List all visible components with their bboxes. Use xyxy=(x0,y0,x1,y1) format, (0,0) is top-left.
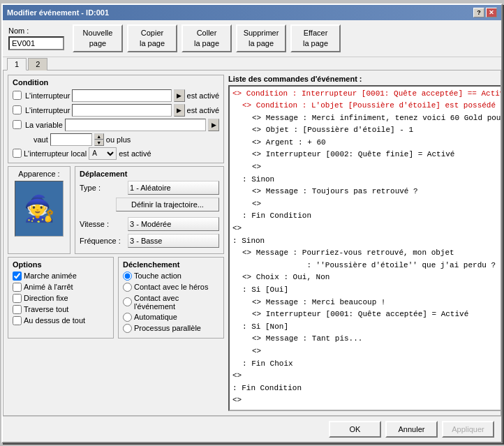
interrupteur-local-check[interactable] xyxy=(13,149,22,158)
left-panel: Condition L'interrupteur ▶ est activé L'… xyxy=(8,75,224,411)
command-line: <> Interrupteur [0001: Quête acceptée] =… xyxy=(232,309,501,321)
command-line: <> Message : Tant pis... xyxy=(232,333,501,345)
command-line: : ''Poussière d'étoile'' que j'ai perdu … xyxy=(232,260,501,272)
option-check-direction-fixe[interactable] xyxy=(13,294,22,303)
deplacement-title: Déplacement xyxy=(80,170,219,178)
middle-row: Apparence : 🧙 Déplacement Type : 1 - Alé… xyxy=(8,166,224,254)
ou-plus-label: ou plus xyxy=(106,135,131,144)
spin-buttons: ▲ ▼ xyxy=(94,133,104,146)
condition-input-3[interactable] xyxy=(65,119,206,131)
commands-list[interactable]: <> Condition : Interrupteur [0001: Quête… xyxy=(228,85,501,411)
option-label-direction-fixe: Direction fixe xyxy=(24,294,68,302)
condition-input-1[interactable] xyxy=(72,89,171,102)
command-line: <> Condition : L'objet [Poussière d'étoi… xyxy=(232,100,501,112)
option-check-marche-animee[interactable] xyxy=(13,272,22,281)
command-line: : Si [Oui] xyxy=(232,284,501,297)
spin-up[interactable]: ▲ xyxy=(94,133,104,140)
command-line: <> Message : Merci infiniment, tenez voi… xyxy=(232,112,501,125)
command-line: <> xyxy=(232,223,501,235)
name-input[interactable] xyxy=(8,36,64,50)
frequence-label: Fréquence : xyxy=(80,237,125,245)
deplacement-box: Déplacement Type : 1 - Aléatoire 2 - Fix… xyxy=(75,166,224,254)
command-line: <> Message : Toujours pas retrouvé ? xyxy=(232,186,501,198)
interrupteur-local-row: L'interrupteur local A B C est activé xyxy=(13,147,219,160)
radio-touche-action: Touche action xyxy=(123,272,219,281)
def-traj-button[interactable]: Définir la trajectoire... xyxy=(116,198,219,211)
radio-contact-evenement-input[interactable] xyxy=(123,297,132,306)
option-label-au-dessus: Au dessus de tout xyxy=(24,316,85,325)
condition-label-3: La variable xyxy=(25,121,63,129)
footer: OK Annuler Appliquer xyxy=(3,416,501,442)
options-title: Options xyxy=(13,260,109,269)
vitesse-row: Vitesse : 1 - Lente 2 - Normale 3 - Modé… xyxy=(80,217,219,231)
option-traverse-tout: Traverse tout xyxy=(13,305,109,314)
condition-label-1: L'interrupteur xyxy=(25,91,70,100)
frequence-select[interactable]: 1 - Très basse 2 - Très basse 3 - Basse … xyxy=(128,234,219,248)
interrupteur-local-select[interactable]: A B C xyxy=(89,147,117,160)
command-line: : Sinon xyxy=(232,174,501,186)
option-label-traverse-tout: Traverse tout xyxy=(24,305,68,313)
commands-title: Liste des commandes d'événement : xyxy=(228,75,501,83)
radio-contact-evenement: Contact avec l'événement xyxy=(123,294,219,311)
command-line: <> Interrupteur [0002: Quête finie] = Ac… xyxy=(232,149,501,161)
vitesse-select[interactable]: 1 - Lente 2 - Normale 3 - Modérée 4 - Ra… xyxy=(128,217,219,231)
type-select[interactable]: 1 - Aléatoire 2 - Fixe 3 - Chemin xyxy=(128,181,219,195)
right-panel: Liste des commandes d'événement : <> Con… xyxy=(228,75,501,411)
dropdown-arrow-2[interactable]: ▶ xyxy=(174,104,185,117)
coller-page-button[interactable]: Collerla page xyxy=(181,24,232,52)
condition-check-3[interactable] xyxy=(13,120,22,129)
vaut-input[interactable] xyxy=(50,133,92,146)
titlebar: Modifier événement - ID:001 ? ✕ xyxy=(3,5,501,20)
appliquer-button[interactable]: Appliquer xyxy=(442,421,494,438)
bottom-row: Options Marche animée Animé à l'arrêt Di… xyxy=(8,257,224,339)
option-check-traverse-tout[interactable] xyxy=(13,305,22,314)
type-label: Type : xyxy=(80,184,125,192)
nouvelle-page-button[interactable]: Nouvellepage xyxy=(73,24,123,52)
radio-processus-parallele: Processus parallèle xyxy=(123,324,219,333)
command-line: <> xyxy=(232,370,501,382)
option-anime-arret: Animé à l'arrêt xyxy=(13,283,109,292)
type-select-wrap: 1 - Aléatoire 2 - Fixe 3 - Chemin xyxy=(128,181,219,195)
est-active-2: est activé xyxy=(187,106,219,114)
radio-contact-heros-input[interactable] xyxy=(123,283,132,292)
tab-1[interactable]: 1 xyxy=(7,58,27,70)
condition-row-1: L'interrupteur ▶ est activé xyxy=(13,89,219,102)
effacer-page-button[interactable]: Effacerla page xyxy=(290,24,341,52)
main-area: Condition L'interrupteur ▶ est activé L'… xyxy=(3,70,501,416)
command-line: <> xyxy=(232,198,501,211)
condition-check-1[interactable] xyxy=(13,91,22,100)
radio-processus-parallele-input[interactable] xyxy=(123,324,132,333)
options-box: Options Marche animée Animé à l'arrêt Di… xyxy=(8,257,114,339)
radio-automatique-label: Automatique xyxy=(134,313,177,321)
dropdown-arrow-1[interactable]: ▶ xyxy=(174,89,185,102)
spin-down[interactable]: ▼ xyxy=(94,140,104,146)
vaut-label: vaut xyxy=(34,135,48,144)
close-button[interactable]: ✕ xyxy=(486,8,497,17)
condition-title: Condition xyxy=(13,78,219,87)
command-line: <> xyxy=(232,161,501,174)
supprimer-page-button[interactable]: Supprimerla page xyxy=(236,24,286,52)
copier-page-button[interactable]: Copierla page xyxy=(127,24,177,52)
ok-button[interactable]: OK xyxy=(329,421,381,438)
condition-input-2[interactable] xyxy=(72,104,171,117)
option-check-anime-arret[interactable] xyxy=(13,283,22,292)
radio-touche-action-input[interactable] xyxy=(123,272,132,281)
command-line: <> Message : Pourriez-vous retrouvé, mon… xyxy=(232,247,501,260)
titlebar-buttons: ? ✕ xyxy=(473,8,497,17)
main-window: Modifier événement - ID:001 ? ✕ Nom : No… xyxy=(1,3,503,443)
option-check-au-dessus[interactable] xyxy=(13,316,22,325)
annuler-button[interactable]: Annuler xyxy=(385,421,438,438)
dropdown-arrow-3[interactable]: ▶ xyxy=(208,119,219,131)
command-line: <> xyxy=(232,394,501,407)
radio-automatique-input[interactable] xyxy=(123,313,132,322)
option-direction-fixe: Direction fixe xyxy=(13,294,109,303)
command-line: <> Choix : Oui, Non xyxy=(232,272,501,284)
option-label-anime-arret: Animé à l'arrêt xyxy=(24,283,73,291)
condition-check-2[interactable] xyxy=(13,105,22,114)
tab-2[interactable]: 2 xyxy=(28,58,47,70)
condition-row-2: L'interrupteur ▶ est activé xyxy=(13,104,219,117)
help-button[interactable]: ? xyxy=(473,8,484,17)
toolbar: Nom : Nouvellepage Copierla page Collerl… xyxy=(3,20,501,57)
sprite-area[interactable]: 🧙 xyxy=(15,181,64,237)
name-group: Nom : xyxy=(8,27,64,50)
